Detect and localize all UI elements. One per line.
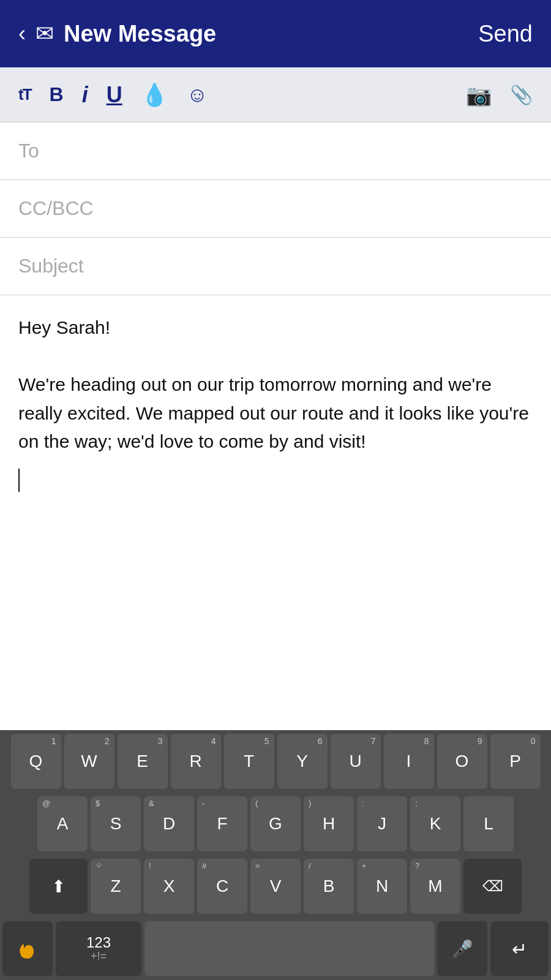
key-c[interactable]: #C: [197, 859, 247, 914]
key-g[interactable]: (G: [250, 796, 301, 851]
to-input[interactable]: [18, 140, 533, 162]
key-i[interactable]: 8I: [384, 734, 434, 789]
italic-button[interactable]: i: [76, 77, 94, 113]
subject-input[interactable]: [18, 255, 533, 277]
subject-field-row: [0, 238, 551, 295]
num-sym-key[interactable]: 123 +!=: [56, 921, 141, 976]
shift-key[interactable]: ⬆: [29, 859, 88, 914]
email-body[interactable]: Hey Sarah! We're heading out on our trip…: [0, 295, 551, 540]
key-w[interactable]: 2W: [64, 734, 114, 789]
key-q[interactable]: 1Q: [11, 734, 61, 789]
key-b[interactable]: /B: [304, 859, 354, 914]
text-size-button[interactable]: tT: [12, 80, 37, 109]
cc-bcc-field-row: [0, 180, 551, 238]
key-r[interactable]: 4R: [171, 734, 221, 789]
key-n[interactable]: +N: [357, 859, 407, 914]
to-field-row: [0, 123, 551, 180]
emoji-button[interactable]: ☺: [181, 78, 214, 111]
space-key[interactable]: [144, 921, 434, 976]
key-m[interactable]: ?M: [410, 859, 460, 914]
underline-button[interactable]: U: [100, 77, 129, 113]
keyboard: 1Q 2W 3E 4R 5T 6Y 7U 8I 9O 0P @A $S &D -…: [0, 730, 551, 980]
delete-key[interactable]: ⌫: [463, 859, 522, 914]
mic-key[interactable]: 🎤: [437, 921, 487, 976]
key-z[interactable]: ☺Z: [91, 859, 141, 914]
back-button[interactable]: ‹: [18, 21, 26, 47]
color-button[interactable]: 💧: [135, 77, 174, 113]
key-v[interactable]: =V: [250, 859, 301, 914]
attachment-button[interactable]: 📎: [504, 79, 539, 110]
send-button[interactable]: Send: [478, 21, 533, 47]
keyboard-row-qwerty: 1Q 2W 3E 4R 5T 6Y 7U 8I 9O 0P: [0, 730, 551, 793]
camera-button[interactable]: 📷: [460, 78, 498, 112]
email-body-text: Hey Sarah! We're heading out on our trip…: [18, 314, 533, 456]
key-e[interactable]: 3E: [118, 734, 168, 789]
header-left: ‹ ✉ New Message: [18, 21, 216, 47]
header: ‹ ✉ New Message Send: [0, 0, 551, 67]
key-k[interactable]: ;K: [410, 796, 460, 851]
key-d[interactable]: &D: [144, 796, 194, 851]
text-cursor: [18, 469, 20, 492]
key-o[interactable]: 9O: [437, 734, 487, 789]
key-s[interactable]: $S: [91, 796, 141, 851]
key-u[interactable]: 7U: [331, 734, 381, 789]
key-x[interactable]: !X: [144, 859, 194, 914]
key-l[interactable]: L: [463, 796, 514, 851]
key-t[interactable]: 5T: [224, 734, 274, 789]
swipe-key[interactable]: [2, 921, 53, 976]
formatting-toolbar: tT B i U 💧 ☺ 📷 📎: [0, 67, 551, 123]
mail-icon: ✉: [36, 21, 54, 47]
bold-button[interactable]: B: [43, 78, 70, 111]
key-j[interactable]: :J: [357, 796, 407, 851]
key-a[interactable]: @A: [37, 796, 88, 851]
page-title: New Message: [64, 21, 216, 47]
keyboard-row-asdf: @A $S &D -F (G )H :J ;K L: [0, 793, 551, 855]
key-h[interactable]: )H: [304, 796, 354, 851]
key-f[interactable]: -F: [197, 796, 247, 851]
key-y[interactable]: 6Y: [277, 734, 328, 789]
enter-key[interactable]: ↵: [490, 921, 549, 976]
cc-bcc-input[interactable]: [18, 197, 533, 220]
key-p[interactable]: 0P: [490, 734, 541, 789]
keyboard-row-bottom: 123 +!= 🎤 ↵: [0, 918, 551, 980]
keyboard-row-zxcv: ⬆ ☺Z !X #C =V /B +N ?M ⌫: [0, 855, 551, 918]
